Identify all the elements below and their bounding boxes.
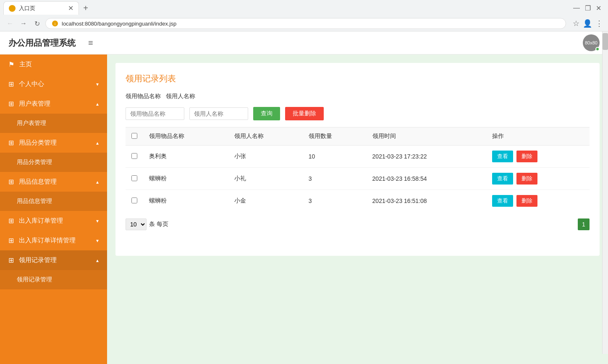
inout-detail-icon: ⊞ (8, 237, 14, 244)
user-mgmt-icon: ⊞ (8, 100, 14, 108)
category-mgmt-submenu: 用品分类管理 (0, 153, 107, 172)
delete-button[interactable]: 删除 (516, 151, 537, 162)
minimize-button[interactable]: — (573, 4, 580, 12)
chevron-down-icon-2: ▾ (96, 218, 99, 224)
sidebar-label-category-mgmt-sub: 用品分类管理 (17, 159, 52, 166)
chevron-up-icon-4: ▴ (96, 257, 99, 263)
table-row: 奥利奥 小张 10 2021-03-23 17:23:22 查看 删除 (126, 146, 590, 168)
view-button[interactable]: 查看 (492, 173, 513, 185)
select-all-checkbox[interactable] (131, 133, 137, 139)
chevron-down-icon-3: ▾ (96, 238, 99, 244)
sidebar-item-user-mgmt[interactable]: ⊞ 用户表管理 ▴ (0, 94, 107, 114)
row-checkbox[interactable] (131, 153, 137, 159)
sidebar-item-inout-detail[interactable]: ⊞ 出入库订单详情管理 ▾ (0, 231, 107, 250)
sidebar-label-inout-mgmt: 出入库订单管理 (19, 217, 63, 225)
forward-button[interactable]: → (18, 18, 29, 29)
sidebar-item-receipt-mgmt[interactable]: ⊞ 领用记录管理 ▴ (0, 250, 107, 270)
online-status-dot (595, 47, 600, 51)
sidebar-item-home[interactable]: ⚑ 主页 (0, 55, 107, 74)
address-bar[interactable]: i localhost:8080/bangongyongpinguanli/in… (45, 18, 566, 29)
view-button[interactable]: 查看 (492, 151, 513, 162)
sidebar-label-item-info-sub: 用品信息管理 (17, 198, 52, 205)
delete-button[interactable]: 删除 (516, 173, 537, 185)
chevron-down-icon: ▾ (96, 81, 99, 87)
receipt-mgmt-icon: ⊞ (8, 256, 14, 264)
row-person: 小金 (228, 190, 303, 212)
table-header-item: 领用物品名称 (143, 127, 228, 146)
tab-title: 入口页 (19, 5, 35, 12)
chevron-up-icon: ▴ (96, 101, 99, 107)
query-button[interactable]: 查询 (253, 107, 280, 120)
menu-toggle-button[interactable]: ≡ (88, 38, 93, 48)
delete-button[interactable]: 删除 (516, 195, 537, 207)
sidebar-label-inout-detail: 出入库订单详情管理 (19, 237, 76, 244)
view-button[interactable]: 查看 (492, 195, 513, 207)
sidebar-label-item-info: 用品信息管理 (19, 178, 57, 186)
sidebar-label-receipt-mgmt: 领用记录管理 (19, 256, 57, 264)
per-page-label: 条 每页 (149, 221, 168, 228)
tab-close-button[interactable]: ✕ (68, 4, 73, 12)
inout-mgmt-icon: ⊞ (8, 217, 14, 225)
table-header-qty: 领用数量 (303, 127, 367, 146)
page-size-select[interactable]: 10 20 50 (126, 218, 147, 230)
sidebar-item-category-mgmt[interactable]: ⊞ 用品分类管理 ▴ (0, 133, 107, 153)
row-item: 奥利奥 (143, 146, 228, 168)
avatar[interactable]: 80x80 (583, 34, 600, 51)
more-icon[interactable]: ⋮ (595, 19, 603, 28)
sidebar-label-home: 主页 (19, 60, 32, 68)
row-item: 螺蛳粉 (143, 168, 228, 190)
sidebar-item-receipt-mgmt-sub[interactable]: 领用记录管理 (0, 270, 107, 289)
table-row: 螺蛳粉 小金 3 2021-03-23 16:51:08 查看 删除 (126, 190, 590, 212)
sidebar-item-inout-mgmt[interactable]: ⊞ 出入库订单管理 ▾ (0, 211, 107, 231)
bookmark-icon[interactable]: ☆ (573, 19, 579, 28)
home-icon: ⚑ (8, 60, 14, 68)
row-checkbox[interactable] (131, 175, 137, 181)
receipt-mgmt-submenu: 领用记录管理 (0, 270, 107, 289)
row-checkbox-cell (126, 146, 143, 168)
search-inputs: 查询 批量删除 (126, 107, 590, 120)
reload-button[interactable]: ↻ (32, 18, 42, 29)
account-icon[interactable]: 👤 (583, 19, 592, 28)
app-title: 办公用品管理系统 (8, 37, 76, 49)
row-qty: 3 (303, 168, 367, 190)
pagination-bar: 10 20 50 条 每页 1 (126, 218, 590, 230)
page-1-button[interactable]: 1 (578, 218, 590, 230)
sidebar-item-item-info[interactable]: ⊞ 用品信息管理 ▴ (0, 172, 107, 192)
table-header-person: 领用人名称 (228, 127, 303, 146)
back-button[interactable]: ← (5, 18, 15, 29)
search-item-input[interactable] (126, 107, 184, 120)
row-actions: 查看 删除 (486, 146, 590, 168)
main-content: 领用记录列表 领用物品名称 领用人名称 查询 批量删除 (107, 55, 608, 364)
sidebar-item-user-mgmt-sub[interactable]: 用户表管理 (0, 114, 107, 133)
sidebar-label-receipt-mgmt-sub: 领用记录管理 (17, 276, 52, 283)
sidebar-item-personal[interactable]: ⊞ 个人中心 ▾ (0, 74, 107, 94)
row-checkbox-cell (126, 168, 143, 190)
row-qty: 3 (303, 190, 367, 212)
row-time: 2021-03-23 16:51:08 (367, 190, 487, 212)
row-time: 2021-03-23 17:23:22 (367, 146, 487, 168)
row-person: 小礼 (228, 168, 303, 190)
row-checkbox-cell (126, 190, 143, 212)
row-checkbox[interactable] (131, 198, 137, 203)
table-header-time: 领用时间 (367, 127, 487, 146)
sidebar: ⚑ 主页 ⊞ 个人中心 ▾ ⊞ 用户表管理 ▴ 用户表管理 ⊞ 用品分类管理 ▴… (0, 55, 107, 364)
maximize-button[interactable]: ❐ (585, 4, 591, 12)
url-favicon-icon: i (52, 20, 58, 27)
sidebar-item-category-mgmt-sub[interactable]: 用品分类管理 (0, 153, 107, 172)
avatar-text: 80x80 (585, 40, 598, 45)
category-mgmt-icon: ⊞ (8, 139, 14, 147)
new-tab-button[interactable]: + (80, 2, 92, 14)
browser-tab[interactable]: 入口页 ✕ (3, 1, 79, 15)
table-header-action: 操作 (486, 127, 590, 146)
url-text: localhost:8080/bangongyongpinguanli/inde… (62, 21, 560, 27)
chevron-up-icon-3: ▴ (96, 179, 99, 185)
search-bar: 领用物品名称 领用人名称 (126, 93, 590, 100)
sidebar-label-user-mgmt: 用户表管理 (19, 100, 50, 108)
batch-delete-button[interactable]: 批量删除 (285, 107, 324, 120)
sidebar-item-item-info-sub[interactable]: 用品信息管理 (0, 192, 107, 211)
sidebar-label-personal: 个人中心 (19, 80, 44, 88)
close-button[interactable]: ✕ (596, 4, 601, 12)
svg-text:i: i (55, 22, 55, 26)
search-person-input[interactable] (189, 107, 248, 120)
row-item: 螺蛳粉 (143, 190, 228, 212)
